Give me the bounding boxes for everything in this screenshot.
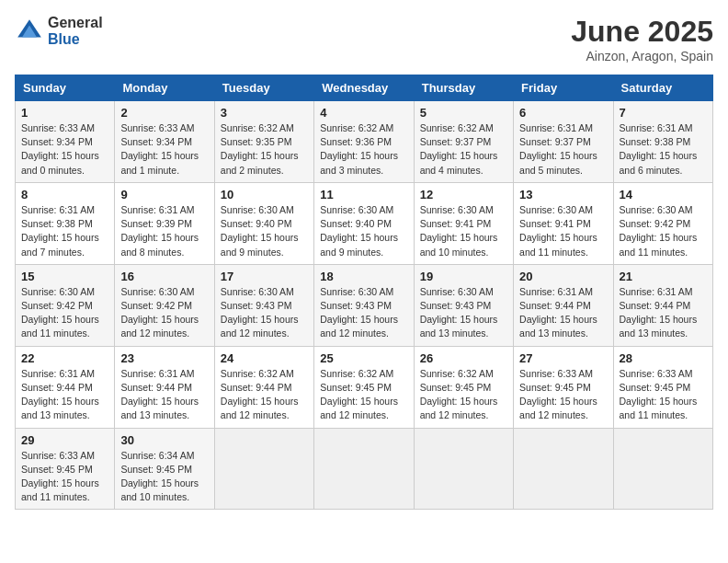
calendar-cell: 9 Sunrise: 6:31 AM Sunset: 9:39 PM Dayli…	[115, 182, 214, 264]
daylight-label: Daylight: 15 hours and 7 minutes.	[21, 232, 99, 257]
calendar-cell	[414, 428, 513, 510]
calendar-week-row: 29 Sunrise: 6:33 AM Sunset: 9:45 PM Dayl…	[16, 428, 713, 510]
daylight-label: Daylight: 15 hours and 12 minutes.	[120, 314, 199, 339]
calendar-cell: 16 Sunrise: 6:30 AM Sunset: 9:42 PM Dayl…	[115, 264, 214, 346]
column-header-thursday: Thursday	[414, 75, 513, 101]
calendar-week-row: 1 Sunrise: 6:33 AM Sunset: 9:34 PM Dayli…	[16, 101, 713, 183]
calendar-cell: 19 Sunrise: 6:30 AM Sunset: 9:43 PM Dayl…	[414, 264, 513, 346]
sunset-label: Sunset: 9:40 PM	[221, 218, 292, 229]
sunrise-label: Sunrise: 6:31 AM	[120, 368, 194, 379]
day-number: 30	[120, 433, 208, 447]
sunset-label: Sunset: 9:45 PM	[21, 464, 93, 475]
daylight-label: Daylight: 15 hours and 9 minutes.	[320, 232, 398, 257]
day-number: 11	[320, 188, 407, 201]
sunset-label: Sunset: 9:34 PM	[120, 136, 192, 147]
sunrise-label: Sunrise: 6:33 AM	[120, 122, 194, 133]
day-info: Sunrise: 6:31 AM Sunset: 9:44 PM Dayligh…	[620, 285, 707, 341]
calendar-cell: 18 Sunrise: 6:30 AM Sunset: 9:43 PM Dayl…	[314, 264, 414, 346]
day-info: Sunrise: 6:31 AM Sunset: 9:38 PM Dayligh…	[21, 203, 108, 259]
calendar-cell: 2 Sunrise: 6:33 AM Sunset: 9:34 PM Dayli…	[115, 101, 214, 183]
calendar-cell: 25 Sunrise: 6:32 AM Sunset: 9:45 PM Dayl…	[314, 346, 414, 428]
column-header-wednesday: Wednesday	[314, 75, 414, 101]
day-info: Sunrise: 6:32 AM Sunset: 9:35 PM Dayligh…	[221, 121, 308, 178]
calendar-cell: 26 Sunrise: 6:32 AM Sunset: 9:45 PM Dayl…	[414, 346, 513, 428]
day-number: 4	[320, 106, 407, 120]
day-number: 27	[519, 351, 607, 365]
sunset-label: Sunset: 9:42 PM	[620, 218, 691, 229]
daylight-label: Daylight: 15 hours and 10 minutes.	[120, 477, 199, 502]
day-number: 3	[221, 106, 308, 120]
day-info: Sunrise: 6:34 AM Sunset: 9:45 PM Dayligh…	[120, 449, 208, 505]
daylight-label: Daylight: 15 hours and 1 minute.	[120, 150, 199, 175]
sunset-label: Sunset: 9:44 PM	[21, 382, 93, 393]
day-info: Sunrise: 6:31 AM Sunset: 9:39 PM Dayligh…	[120, 203, 208, 259]
daylight-label: Daylight: 15 hours and 6 minutes.	[620, 150, 698, 175]
day-info: Sunrise: 6:32 AM Sunset: 9:36 PM Dayligh…	[320, 121, 407, 178]
day-number: 9	[120, 188, 208, 201]
sunset-label: Sunset: 9:42 PM	[21, 300, 93, 311]
daylight-label: Daylight: 15 hours and 13 minutes.	[519, 314, 597, 339]
column-header-sunday: Sunday	[16, 75, 115, 101]
column-header-tuesday: Tuesday	[214, 75, 313, 101]
day-number: 24	[221, 351, 308, 365]
daylight-label: Daylight: 15 hours and 12 minutes.	[519, 396, 597, 420]
calendar-cell: 30 Sunrise: 6:34 AM Sunset: 9:45 PM Dayl…	[115, 428, 214, 510]
page-header: General Blue June 2025 Ainzon, Aragon, S…	[15, 15, 713, 63]
sunrise-label: Sunrise: 6:30 AM	[420, 286, 494, 297]
sunrise-label: Sunrise: 6:31 AM	[620, 122, 693, 133]
sunrise-label: Sunrise: 6:31 AM	[620, 286, 693, 297]
calendar-cell: 22 Sunrise: 6:31 AM Sunset: 9:44 PM Dayl…	[16, 346, 115, 428]
sunset-label: Sunset: 9:44 PM	[120, 382, 192, 393]
sunrise-label: Sunrise: 6:32 AM	[420, 122, 494, 133]
column-header-saturday: Saturday	[613, 75, 712, 101]
daylight-label: Daylight: 15 hours and 13 minutes.	[620, 314, 698, 339]
day-number: 21	[620, 270, 707, 283]
sunset-label: Sunset: 9:34 PM	[21, 136, 93, 147]
day-number: 16	[120, 270, 208, 283]
day-number: 2	[120, 106, 208, 120]
calendar-cell: 15 Sunrise: 6:30 AM Sunset: 9:42 PM Dayl…	[16, 264, 115, 346]
day-info: Sunrise: 6:32 AM Sunset: 9:45 PM Dayligh…	[320, 367, 407, 423]
day-info: Sunrise: 6:30 AM Sunset: 9:41 PM Dayligh…	[420, 203, 507, 259]
sunset-label: Sunset: 9:36 PM	[320, 136, 392, 147]
calendar-cell: 28 Sunrise: 6:33 AM Sunset: 9:45 PM Dayl…	[613, 346, 712, 428]
calendar-cell: 12 Sunrise: 6:30 AM Sunset: 9:41 PM Dayl…	[414, 182, 513, 264]
sunrise-label: Sunrise: 6:32 AM	[221, 368, 294, 379]
calendar-cell	[214, 428, 313, 510]
logo-icon	[15, 17, 44, 46]
sunset-label: Sunset: 9:45 PM	[120, 464, 192, 475]
daylight-label: Daylight: 15 hours and 0 minutes.	[21, 150, 99, 175]
logo-text: General Blue	[48, 15, 103, 47]
sunset-label: Sunset: 9:45 PM	[620, 382, 691, 393]
calendar-cell: 3 Sunrise: 6:32 AM Sunset: 9:35 PM Dayli…	[214, 101, 313, 183]
column-header-friday: Friday	[514, 75, 613, 101]
sunrise-label: Sunrise: 6:32 AM	[420, 368, 494, 379]
day-info: Sunrise: 6:31 AM Sunset: 9:44 PM Dayligh…	[21, 367, 108, 423]
daylight-label: Daylight: 15 hours and 11 minutes.	[21, 477, 99, 502]
sunrise-label: Sunrise: 6:33 AM	[620, 368, 693, 379]
daylight-label: Daylight: 15 hours and 12 minutes.	[420, 396, 498, 420]
calendar-cell: 4 Sunrise: 6:32 AM Sunset: 9:36 PM Dayli…	[314, 101, 414, 183]
sunset-label: Sunset: 9:42 PM	[120, 300, 192, 311]
calendar-cell: 14 Sunrise: 6:30 AM Sunset: 9:42 PM Dayl…	[613, 182, 712, 264]
day-number: 10	[221, 188, 308, 201]
day-number: 28	[620, 351, 707, 365]
daylight-label: Daylight: 15 hours and 12 minutes.	[221, 396, 299, 420]
sunrise-label: Sunrise: 6:31 AM	[120, 204, 194, 215]
logo: General Blue	[15, 15, 103, 47]
daylight-label: Daylight: 15 hours and 11 minutes.	[21, 314, 99, 339]
calendar-cell: 27 Sunrise: 6:33 AM Sunset: 9:45 PM Dayl…	[514, 346, 613, 428]
calendar-cell: 21 Sunrise: 6:31 AM Sunset: 9:44 PM Dayl…	[613, 264, 712, 346]
sunset-label: Sunset: 9:37 PM	[420, 136, 492, 147]
calendar-cell: 10 Sunrise: 6:30 AM Sunset: 9:40 PM Dayl…	[214, 182, 313, 264]
daylight-label: Daylight: 15 hours and 2 minutes.	[221, 150, 299, 175]
day-info: Sunrise: 6:33 AM Sunset: 9:45 PM Dayligh…	[620, 367, 707, 423]
day-number: 1	[21, 106, 108, 120]
calendar-cell: 13 Sunrise: 6:30 AM Sunset: 9:41 PM Dayl…	[514, 182, 613, 264]
daylight-label: Daylight: 15 hours and 8 minutes.	[120, 232, 199, 257]
day-number: 8	[21, 188, 108, 201]
calendar-cell	[613, 428, 712, 510]
sunset-label: Sunset: 9:41 PM	[519, 218, 591, 229]
day-info: Sunrise: 6:31 AM Sunset: 9:44 PM Dayligh…	[120, 367, 208, 423]
sunrise-label: Sunrise: 6:32 AM	[221, 122, 294, 133]
